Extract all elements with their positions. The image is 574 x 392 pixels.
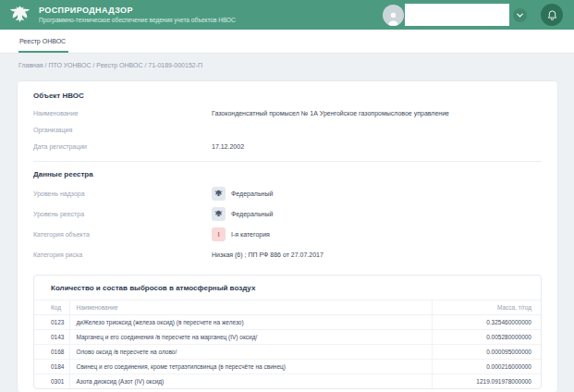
field-value: I-я категория (231, 231, 270, 238)
field-value: Газоконденсатный промысел № 1А Уренгойск… (212, 110, 449, 116)
cell-code: 0301 (34, 374, 70, 389)
field-risk-category: Категория риска Низкая (6) ; ПП РФ 886 о… (33, 244, 542, 264)
field-value: Низкая (6) ; ПП РФ 886 от 27.07.2017 (212, 251, 324, 258)
field-registration-date: Дата регистрации 17.12.2002 (33, 138, 542, 154)
field-label: Уровень надзора (33, 190, 212, 197)
cell-code: 0184 (34, 360, 70, 374)
user-avatar[interactable] (383, 5, 404, 26)
app-title: РОСПРИРОДНАДЗОР (39, 6, 236, 15)
table-header-row: Код Наименование Масса, т/год (34, 300, 541, 315)
field-organization: Организация (33, 121, 542, 138)
cell-code: 0123 (34, 315, 70, 330)
table-row[interactable]: 0143 Марганец и его соединения /в пересч… (34, 330, 541, 345)
cell-mass: 0.000095000000 (432, 345, 541, 360)
eagle-icon (212, 207, 226, 221)
field-label: Категория объекта (33, 231, 212, 238)
field-supervision-level: Уровень надзора Федеральный (33, 183, 542, 203)
section-divider (33, 161, 542, 162)
breadcrumb[interactable]: Главная / ПТО УОНВОС / Реестр ОНВОС / 71… (0, 54, 574, 68)
cell-code: 0168 (34, 345, 70, 360)
emissions-table: Код Наименование Масса, т/год 0123 диЖел… (34, 300, 541, 388)
cell-name: Олово оксид /в пересчете на олово/ (70, 345, 432, 360)
registry-fields: Уровень надзора Федеральный Уровень реес… (33, 183, 542, 264)
field-label: Организация (33, 127, 212, 133)
chevron-down-icon (517, 13, 523, 18)
eagle-icon (212, 187, 226, 201)
field-label: Наименование (33, 110, 212, 116)
table-row[interactable]: 0301 Азота диоксид (Азот (IV) оксид) 121… (34, 374, 541, 389)
table-row[interactable]: 0168 Олово оксид /в пересчете на олово/ … (34, 345, 541, 360)
emissions-table-title: Количество и состав выбросов в атмосферн… (34, 284, 541, 292)
column-header-code: Код (34, 300, 70, 315)
cell-mass: 0.325460000000 (432, 315, 541, 330)
field-value: 17.12.2002 (212, 143, 244, 150)
cell-mass: 0.000216000000 (432, 360, 541, 374)
field-value: Федеральный (231, 211, 273, 217)
cell-name: Азота диоксид (Азот (IV) оксид) (70, 374, 432, 389)
field-registry-level: Уровень реестра Федеральный (33, 203, 542, 224)
field-value: Федеральный (231, 190, 273, 197)
field-object-category: Категория объекта I I-я категория (33, 224, 542, 244)
object-section-title: Объект НВОС (33, 92, 542, 100)
table-row[interactable]: 0184 Свинец и его соединения, кроме тетр… (34, 360, 541, 374)
cell-mass: 1219.091978000000 (432, 374, 541, 389)
field-label: Дата регистрации (33, 143, 212, 150)
registry-section-title: Данные реестра (33, 170, 542, 178)
cell-name: Марганец и его соединения /в пересчете н… (70, 330, 432, 345)
tab-reestr-onvos[interactable]: Реестр ОНВОС (18, 30, 68, 53)
category-i-badge: I (212, 227, 226, 241)
user-name-redacted (405, 4, 509, 26)
bell-icon (547, 9, 557, 20)
rosprirodnadzor-double-eagle-logo-icon (7, 3, 32, 28)
notifications-button[interactable] (541, 4, 563, 26)
column-header-mass: Масса, т/год (432, 300, 541, 315)
user-menu-button[interactable] (513, 8, 527, 22)
table-row[interactable]: 0123 диЖелезо триоксид (железа оксид) (в… (34, 315, 541, 330)
field-label: Уровень реестра (33, 211, 212, 217)
cell-name: Свинец и его соединения, кроме тетраэтил… (70, 360, 432, 374)
app-subtitle: Программно-техническое обеспечение веден… (39, 18, 236, 24)
app-header: РОСПРИРОДНАДЗОР Программно-техническое о… (0, 0, 574, 30)
cell-mass: 0.005280000000 (432, 330, 541, 345)
cell-code: 0143 (34, 330, 70, 345)
object-fields: Наименование Газоконденсатный промысел №… (33, 104, 542, 154)
field-label: Категория риска (33, 251, 212, 258)
emissions-table-card: Количество и состав выбросов в атмосферн… (33, 275, 542, 389)
cell-name: диЖелезо триоксид (железа оксид) (в пере… (70, 315, 432, 330)
field-name: Наименование Газоконденсатный промысел №… (33, 104, 542, 121)
object-details-card: Объект НВОС Наименование Газоконденсатны… (17, 80, 558, 392)
column-header-name: Наименование (70, 300, 432, 315)
tab-bar: Реестр ОНВОС (0, 30, 574, 54)
